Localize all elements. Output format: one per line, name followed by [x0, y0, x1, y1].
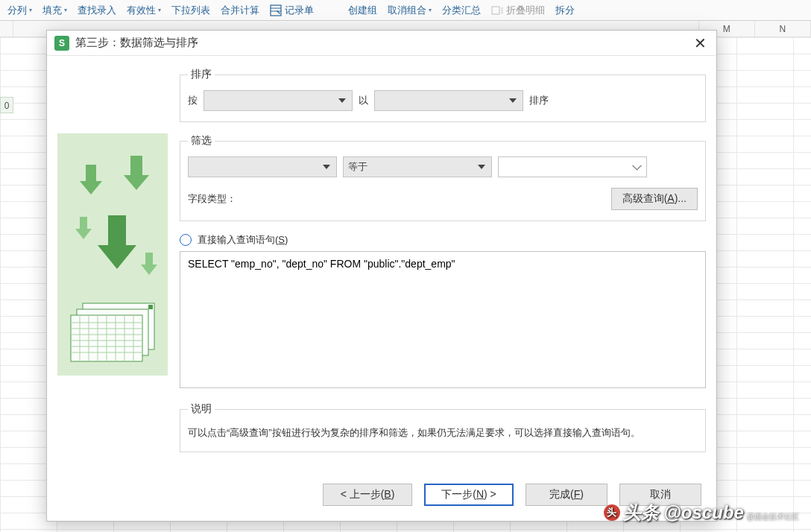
sort-then-label: 以: [359, 94, 368, 107]
radio-icon: [180, 234, 192, 246]
cancel-button[interactable]: 取消: [619, 484, 701, 506]
tool-fill[interactable]: 填充▾: [38, 1, 72, 19]
description-legend: 说明: [188, 402, 215, 416]
tool-create-group[interactable]: 创建组: [344, 1, 382, 19]
sort-field-combo[interactable]: [203, 90, 353, 111]
dialog-titlebar: S 第三步：数据筛选与排序 ✕: [47, 31, 716, 56]
tool-split-partial[interactable]: 拆分: [551, 1, 579, 19]
corner-cell[interactable]: [0, 21, 13, 37]
form-icon: [270, 4, 282, 16]
sort-legend: 排序: [188, 68, 215, 81]
next-button[interactable]: 下一步(N) >: [424, 484, 514, 506]
row-header-selected[interactable]: 0: [0, 97, 13, 113]
tool-dropdown-list[interactable]: 下拉列表: [167, 1, 215, 19]
filter-op-combo[interactable]: 等于: [343, 156, 492, 177]
svg-rect-23: [148, 305, 153, 309]
sort-by-label: 按: [188, 94, 198, 107]
wizard-dialog: S 第三步：数据筛选与排序 ✕: [46, 30, 717, 522]
app-icon: S: [54, 36, 69, 51]
dialog-footer: < 上一步(B) 下一步(N) > 完成(F) 取消: [47, 473, 716, 521]
filter-value-input[interactable]: [498, 156, 647, 177]
tool-ungroup[interactable]: 取消组合▾: [383, 1, 436, 19]
tool-record-form[interactable]: 记录单: [265, 1, 318, 19]
tool-collapse-detail: 折叠明细: [487, 1, 549, 19]
prev-button[interactable]: < 上一步(B): [323, 484, 412, 506]
sort-order-label: 排序: [529, 94, 549, 107]
col-header-n[interactable]: N: [755, 21, 811, 37]
filter-legend: 筛选: [188, 134, 215, 148]
sql-textarea[interactable]: [180, 251, 706, 388]
sort-fieldset: 排序 按 以 排序: [180, 68, 706, 122]
tool-subtotal[interactable]: 分类汇总: [438, 1, 485, 19]
collapse-icon: [491, 4, 503, 16]
tool-validation[interactable]: 有效性▾: [122, 1, 165, 19]
tool-split-columns[interactable]: 分列▾: [3, 1, 37, 19]
advanced-query-button[interactable]: 高级查询(A)...: [611, 188, 698, 210]
finish-button[interactable]: 完成(F): [526, 484, 608, 506]
sort-direction-combo[interactable]: [374, 90, 523, 111]
svg-rect-3: [492, 7, 499, 14]
description-text: 可以点击“高级查询”按钮进行较为复杂的排序和筛选，如果仍无法满足要求，可以选择直…: [188, 425, 698, 441]
svg-rect-0: [271, 5, 281, 16]
ribbon-toolbar: 分列▾ 填充▾ 查找录入 有效性▾ 下拉列表 合并计算 记录单 创建组 取消组合…: [0, 0, 811, 21]
wizard-illustration: [57, 133, 168, 376]
dialog-title: 第三步：数据筛选与排序: [75, 36, 198, 50]
tool-find-input[interactable]: 查找录入: [73, 1, 121, 19]
tool-consolidate[interactable]: 合并计算: [216, 1, 264, 19]
filter-field-combo[interactable]: [188, 156, 337, 177]
field-type-label: 字段类型：: [188, 192, 236, 206]
close-button[interactable]: ✕: [691, 34, 709, 52]
description-fieldset: 说明 可以点击“高级查询”按钮进行较为复杂的排序和筛选，如果仍无法满足要求，可以…: [180, 402, 706, 452]
direct-query-radio-row[interactable]: 直接输入查询语句(S): [180, 233, 706, 247]
filter-fieldset: 筛选 等于 字段类型： 高级查询(A)...: [180, 134, 706, 221]
direct-query-label: 直接输入查询语句(S): [198, 233, 288, 247]
